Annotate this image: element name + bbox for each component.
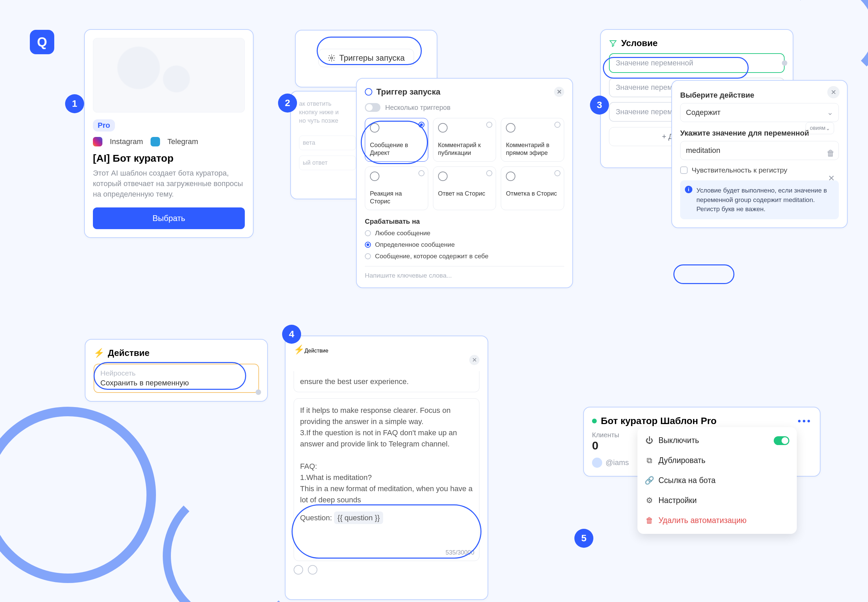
case-sensitive-checkbox[interactable]: Чувствительность к регистру <box>680 166 839 174</box>
condition-row-label: Значение переменной <box>616 58 693 67</box>
action-node-title: Действие <box>108 348 149 358</box>
reaction-icon <box>370 172 379 181</box>
trigger-option-post-comment[interactable]: Комментарий к публикации <box>433 118 496 162</box>
multi-trigger-toggle[interactable] <box>365 103 380 112</box>
menu-item-duplicate[interactable]: ⧉ Дублировать <box>638 450 797 470</box>
fire-option-any[interactable]: Любое сообщение <box>365 229 564 237</box>
reply-icon <box>438 172 447 181</box>
action-node: ⚡Действие Нейросеть Сохранить в переменн… <box>85 339 268 402</box>
trigger-option-live-comment[interactable]: Комментарий в прямом эфире <box>501 118 564 162</box>
keywords-input[interactable]: Напишите ключевые слова... <box>365 266 564 279</box>
bolt-icon: ⚡ <box>94 348 104 358</box>
condition-title: Условие <box>621 38 658 49</box>
condition-settings-panel: Выберите действие Содержит ⌄ Укажите зна… <box>671 80 848 228</box>
menu-item-settings[interactable]: ⚙ Настройки <box>638 490 797 510</box>
variable-value-input[interactable]: meditation <box>680 141 839 160</box>
trigger-option-story-reaction[interactable]: Реакция на Сторис <box>365 166 428 210</box>
radio-icon <box>555 170 561 176</box>
close-icon[interactable]: ✕ <box>469 355 479 365</box>
menu-item-label: Настройки <box>659 496 697 505</box>
trigger-option-direct-message[interactable]: Сообщение в Директ <box>365 118 428 162</box>
condition-info-note: Условие будет выполнено, если значение в… <box>680 180 839 219</box>
bolt-icon: ⚡ <box>293 344 304 355</box>
fire-option-contains[interactable]: Сообщение, которое содержит в себе <box>365 252 564 260</box>
step-badge-4: 4 <box>282 325 301 344</box>
gear-icon: ⚙ <box>645 496 654 505</box>
fire-option-label: Любое сообщение <box>375 229 430 237</box>
char-counter: 535/30000 <box>446 548 474 557</box>
gear-icon <box>327 54 336 62</box>
output-port[interactable] <box>256 390 261 395</box>
select-action-label: Выберите действие <box>680 91 839 100</box>
triggers-pill[interactable]: Триггеры запуска <box>318 49 414 67</box>
variable-icon[interactable] <box>308 565 317 574</box>
trigger-option-label: Комментарий в прямом эфире <box>506 141 559 157</box>
close-icon[interactable]: ✕ <box>827 86 839 98</box>
multi-trigger-label: Несколько триггеров <box>385 104 451 112</box>
neural-net-action[interactable]: Нейросеть Сохранить в переменную <box>94 364 259 393</box>
checkbox-icon <box>680 166 688 174</box>
trash-icon[interactable]: 🗑 <box>827 149 835 158</box>
radio-icon <box>365 230 371 236</box>
trigger-config-panel: Триггер запуска ✕ Несколько триггеров Со… <box>356 78 573 288</box>
select-template-button[interactable]: Выбрать <box>93 207 245 229</box>
close-icon[interactable]: ✕ <box>828 174 835 183</box>
prompt-fragment-top: ensure the best user experience. <box>293 371 479 392</box>
output-port[interactable] <box>782 60 787 66</box>
variable-token[interactable]: {{ question }} <box>334 511 383 524</box>
menu-item-label: Дублировать <box>659 456 705 465</box>
telegram-icon <box>151 137 160 146</box>
condition-row-active[interactable]: Значение переменной <box>609 53 785 73</box>
clients-value: 0 <box>592 439 619 452</box>
ghost-line: кнопку ниже и <box>299 108 356 117</box>
action-select[interactable]: Содержит ⌄ <box>680 103 839 122</box>
step-badge-5: 5 <box>575 529 593 548</box>
close-icon[interactable]: ✕ <box>554 87 564 97</box>
ghost-line: но чуть позже <box>299 117 356 125</box>
prompt-textarea[interactable]: If it helps to make response clearer. Fo… <box>293 398 479 561</box>
clients-label: Клиенты <box>592 431 619 439</box>
automation-context-menu: ⏻ Выключить ⧉ Дублировать 🔗 Ссылка на бо… <box>638 427 797 534</box>
step-badge-1: 1 <box>65 94 84 113</box>
ghost-box: вета <box>299 135 356 150</box>
mention-icon <box>506 172 515 181</box>
fire-option-exact[interactable]: Определенное сообщение <box>365 241 564 249</box>
ghost-line: ак ответить <box>299 100 356 108</box>
link-icon: 🔗 <box>645 476 654 485</box>
ghost-box: ый ответ <box>299 155 356 170</box>
more-menu-button[interactable]: ••• <box>798 416 812 426</box>
menu-item-bot-link[interactable]: 🔗 Ссылка на бота <box>638 470 797 490</box>
question-label: Question: <box>300 513 332 522</box>
menu-item-label: Выключить <box>659 436 699 445</box>
template-description: Этот AI шаблон создает бота куратора, ко… <box>93 168 245 199</box>
template-preview-image <box>93 38 245 112</box>
menu-item-toggle-off[interactable]: ⏻ Выключить <box>638 430 797 450</box>
trash-icon: 🗑 <box>645 516 654 525</box>
trigger-option-label: Комментарий к публикации <box>438 141 491 157</box>
platform-telegram-label: Telegram <box>167 137 198 146</box>
power-icon: ⏻ <box>645 436 654 445</box>
neural-subtitle: Нейросеть <box>100 369 252 377</box>
app-logo: Q <box>30 30 54 54</box>
trigger-option-label: Отметка в Сторис <box>506 190 559 198</box>
chevron-down-icon: ⌄ <box>827 108 833 117</box>
collapse-button[interactable]: овиям ⌄ <box>806 122 834 134</box>
trigger-option-story-reply[interactable]: Ответ на Сторис <box>433 166 496 210</box>
step-badge-2: 2 <box>278 94 297 112</box>
trigger-option-label: Сообщение в Директ <box>370 141 423 157</box>
enable-toggle[interactable] <box>774 436 789 445</box>
collapse-label: овиям <box>810 125 826 131</box>
status-dot-active <box>592 419 597 423</box>
radio-icon <box>418 122 424 128</box>
trigger-option-story-mention[interactable]: Отметка в Сторис <box>501 166 564 210</box>
trigger-icon <box>365 88 372 95</box>
radio-icon <box>555 122 561 128</box>
template-title: [AI] Бот куратор <box>93 152 245 164</box>
menu-item-delete[interactable]: 🗑 Удалить автоматизацию <box>638 510 797 530</box>
duplicate-icon: ⧉ <box>645 456 654 465</box>
radio-icon <box>365 242 371 248</box>
emoji-icon[interactable] <box>293 565 303 574</box>
radio-icon <box>486 122 492 128</box>
action-editor-title: Действие <box>304 348 328 353</box>
account-handle: @iams <box>605 458 629 467</box>
